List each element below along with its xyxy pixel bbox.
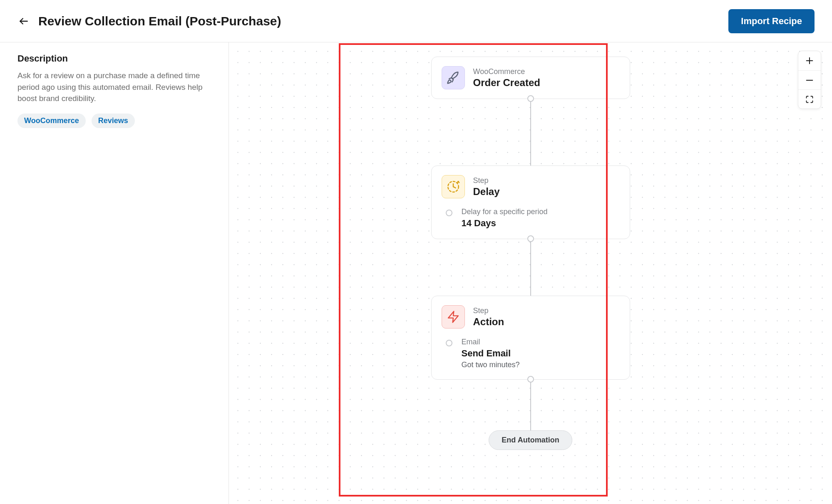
delay-sub-label: Delay for a specific period	[462, 208, 548, 216]
detail-bullet	[446, 340, 452, 346]
delay-node[interactable]: Step Delay Delay for a specific period 1…	[431, 166, 630, 239]
tag-list: WooCommerce Reviews	[17, 114, 211, 128]
node-header: Step Action	[432, 296, 630, 338]
node-header: Step Delay	[432, 166, 630, 208]
header-bar: Review Collection Email (Post-Purchase) …	[0, 0, 832, 42]
node-header: WooCommerce Order Created	[432, 57, 630, 99]
flow-column: WooCommerce Order Created Step	[229, 42, 832, 450]
delay-detail: Delay for a specific period 14 Days	[432, 208, 630, 239]
delay-title: Delay	[473, 186, 500, 198]
connector-line	[530, 239, 531, 296]
description-text: Ask for a review on a purchase made a de…	[17, 70, 211, 104]
action-sub-extra: Got two minutes?	[462, 361, 520, 369]
clock-icon	[442, 175, 465, 198]
plus-icon	[805, 56, 814, 65]
import-recipe-button[interactable]: Import Recipe	[728, 9, 815, 33]
canvas-wrap: WooCommerce Order Created Step	[229, 42, 832, 504]
node-labels: Step Action	[473, 306, 504, 328]
page-title: Review Collection Email (Post-Purchase)	[38, 14, 281, 28]
end-automation-pill[interactable]: End Automation	[489, 430, 572, 450]
action-sub-label: Email	[462, 338, 520, 346]
bolt-icon	[442, 305, 465, 329]
zoom-controls	[798, 51, 821, 109]
flow-canvas[interactable]: WooCommerce Order Created Step	[229, 42, 832, 504]
back-button[interactable]	[17, 15, 30, 27]
detail-text: Email Send Email Got two minutes?	[462, 338, 520, 369]
arrow-left-icon	[18, 16, 29, 27]
connector-port	[527, 235, 534, 242]
body: Description Ask for a review on a purcha…	[0, 42, 832, 504]
minus-icon	[805, 76, 814, 85]
action-eyebrow: Step	[473, 306, 504, 315]
zoom-in-button[interactable]	[798, 51, 821, 70]
rocket-icon	[442, 66, 465, 89]
delay-eyebrow: Step	[473, 176, 500, 185]
connector-port	[527, 95, 534, 102]
action-detail: Email Send Email Got two minutes?	[432, 338, 630, 379]
detail-text: Delay for a specific period 14 Days	[462, 208, 548, 229]
fit-view-button[interactable]	[798, 89, 821, 109]
description-heading: Description	[17, 53, 211, 64]
sidebar: Description Ask for a review on a purcha…	[0, 42, 229, 504]
delay-sub-value: 14 Days	[462, 218, 548, 229]
svg-marker-5	[448, 311, 458, 323]
trigger-node[interactable]: WooCommerce Order Created	[431, 57, 630, 99]
connector-line	[530, 380, 531, 430]
tag-reviews[interactable]: Reviews	[92, 114, 135, 128]
connector-port	[527, 376, 534, 383]
node-labels: WooCommerce Order Created	[473, 67, 540, 89]
connector-line	[530, 99, 531, 166]
tag-woocommerce[interactable]: WooCommerce	[17, 114, 86, 128]
header-left: Review Collection Email (Post-Purchase)	[17, 14, 281, 28]
action-node[interactable]: Step Action Email Send Email Got two min…	[431, 296, 630, 380]
action-title: Action	[473, 316, 504, 328]
detail-bullet	[446, 210, 452, 216]
zoom-out-button[interactable]	[798, 70, 821, 89]
node-labels: Step Delay	[473, 176, 500, 198]
maximize-icon	[805, 95, 814, 104]
trigger-title: Order Created	[473, 77, 540, 89]
trigger-eyebrow: WooCommerce	[473, 67, 540, 76]
action-sub-value: Send Email	[462, 348, 520, 359]
